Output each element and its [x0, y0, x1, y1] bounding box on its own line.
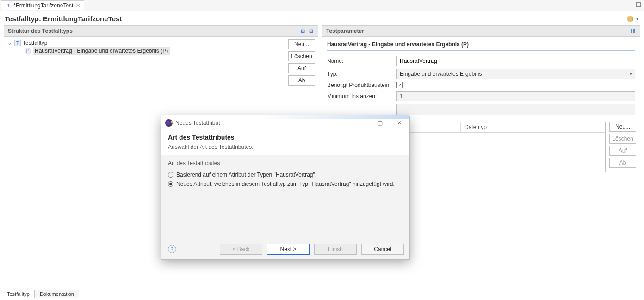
type-label: Typ: — [327, 71, 396, 77]
attr-move-down-button[interactable]: Ab — [609, 158, 636, 168]
expand-all-icon[interactable]: ⊞ — [299, 28, 306, 34]
tree-toggle-icon[interactable]: ⌄ — [7, 40, 12, 46]
parameter-subheader: HausratVertrag - Eingabe und erwartetes … — [327, 41, 635, 51]
new-testattribute-dialog: Neues Testattribut — ▢ ✕ Art des Testatt… — [161, 116, 410, 260]
radio-based-on-attribute[interactable]: Basierend auf einem Attribut der Typen "… — [168, 170, 403, 179]
svg-rect-3 — [629, 18, 632, 18]
grid-icon[interactable] — [630, 28, 636, 34]
name-input[interactable] — [396, 56, 635, 66]
attr-move-up-button[interactable]: Auf — [609, 146, 636, 156]
tab-testfalltyp[interactable]: Testfalltyp — [2, 290, 35, 298]
attr-new-button[interactable]: Neu... — [609, 122, 636, 132]
maximize-icon[interactable] — [636, 2, 641, 9]
tree-item[interactable]: P HausratVertrag - Eingabe und erwartete… — [7, 47, 285, 55]
eclipse-icon — [165, 119, 173, 127]
svg-rect-5 — [633, 29, 635, 31]
type-select-value: Eingabe und erwartetes Ergebnis — [400, 71, 482, 77]
radio-icon — [168, 172, 173, 178]
attr-delete-button[interactable]: Löschen — [609, 134, 636, 144]
svg-rect-1 — [637, 3, 641, 7]
name-label: Name: — [327, 58, 396, 64]
min-instances-input[interactable]: 1 — [396, 91, 635, 101]
page-title-row: Testfalltyp: ErmittlungTarifzoneTest ▼ — [0, 11, 644, 25]
dialog-footer: ? < Back Next > Finish Cancel — [161, 239, 409, 259]
minimize-icon[interactable] — [627, 2, 633, 9]
editor-tabbar: T *ErmittlungTarifzoneTest ✕ — [0, 0, 644, 11]
svg-rect-7 — [633, 31, 635, 33]
radio-icon — [168, 181, 173, 187]
delete-button[interactable]: Löschen — [288, 51, 315, 61]
min-instances-label: Minimum Instanzen: — [327, 93, 396, 99]
dialog-banner-gradient — [161, 115, 409, 119]
tree-root-label: Testfalltyp — [23, 40, 47, 46]
max-instances-input[interactable] — [396, 104, 635, 115]
product-icon[interactable] — [627, 15, 634, 23]
svg-rect-4 — [631, 29, 632, 31]
window-controls — [627, 2, 641, 9]
dialog-close-icon[interactable]: ✕ — [393, 120, 406, 126]
close-icon[interactable]: ✕ — [76, 3, 80, 9]
testparameter-title: Testparameter — [326, 28, 364, 34]
help-icon[interactable]: ? — [168, 245, 176, 253]
move-up-button[interactable]: Auf — [288, 63, 315, 73]
requires-product-checkbox[interactable]: ✓ — [396, 82, 403, 88]
chevron-down-icon: ▾ — [630, 72, 632, 76]
title-actions: ▼ — [627, 15, 639, 23]
page-title: Testfalltyp: ErmittlungTarifzoneTest — [5, 15, 122, 23]
svg-rect-2 — [628, 17, 633, 21]
dialog-window-title: Neues Testattribut — [175, 120, 220, 126]
dialog-minimize-icon[interactable]: — — [354, 120, 367, 126]
col-datatype: Datentyp — [461, 122, 605, 132]
dialog-heading: Art des Testattributes — [168, 134, 403, 141]
move-down-button[interactable]: Ab — [288, 75, 315, 86]
dialog-body: Art des Testattributes Basierend auf ein… — [161, 155, 409, 239]
structure-title: Struktur des Testfalltyps — [8, 28, 73, 34]
tab-dokumentation[interactable]: Dokumentation — [35, 290, 79, 298]
cancel-button[interactable]: Cancel — [361, 244, 404, 255]
back-button[interactable]: < Back — [220, 244, 262, 255]
editor-tab-label: *ErmittlungTarifzoneTest — [13, 2, 73, 9]
attributes-buttons: Neu... Löschen Auf Ab — [609, 122, 635, 172]
dialog-subheading: Auswahl der Art des Testattributes. — [168, 144, 403, 150]
editor-tab[interactable]: T *ErmittlungTarifzoneTest ✕ — [1, 0, 84, 10]
bottom-tabs: Testfalltyp Dokumentation — [2, 290, 79, 298]
dialog-maximize-icon[interactable]: ▢ — [373, 120, 386, 126]
structure-header: Struktur des Testfalltyps ⊞ ⊟ — [4, 25, 318, 37]
svg-rect-6 — [631, 31, 632, 33]
svg-rect-0 — [628, 6, 632, 6]
testtype-icon: T — [14, 40, 21, 46]
testparameter-header: Testparameter — [322, 25, 640, 37]
dialog-group-title: Art des Testattributes — [168, 160, 403, 166]
chevron-down-icon[interactable]: ▼ — [635, 17, 639, 21]
tree-item-label: HausratVertrag - Eingabe und erwartetes … — [33, 47, 170, 55]
collapse-all-icon[interactable]: ⊟ — [308, 28, 314, 34]
new-button[interactable]: Neu... — [288, 39, 315, 49]
testtype-icon: T — [5, 2, 12, 9]
tree-root[interactable]: ⌄ T Testfalltyp — [7, 39, 285, 47]
radio2-label: Neues Attribut, welches in diesem Testfa… — [176, 181, 395, 187]
type-select[interactable]: Eingabe und erwartetes Ergebnis ▾ — [396, 69, 635, 79]
next-button[interactable]: Next > — [267, 244, 310, 255]
parameter-icon: P — [25, 48, 31, 54]
requires-product-label: Benötigt Produktbaustein: — [327, 82, 396, 88]
radio1-label: Basierend auf einem Attribut der Typen "… — [176, 171, 316, 178]
finish-button[interactable]: Finish — [314, 244, 357, 255]
dialog-header: Art des Testattributes Auswahl der Art d… — [161, 129, 409, 155]
radio-new-attribute[interactable]: Neues Attribut, welches in diesem Testfa… — [168, 179, 403, 189]
